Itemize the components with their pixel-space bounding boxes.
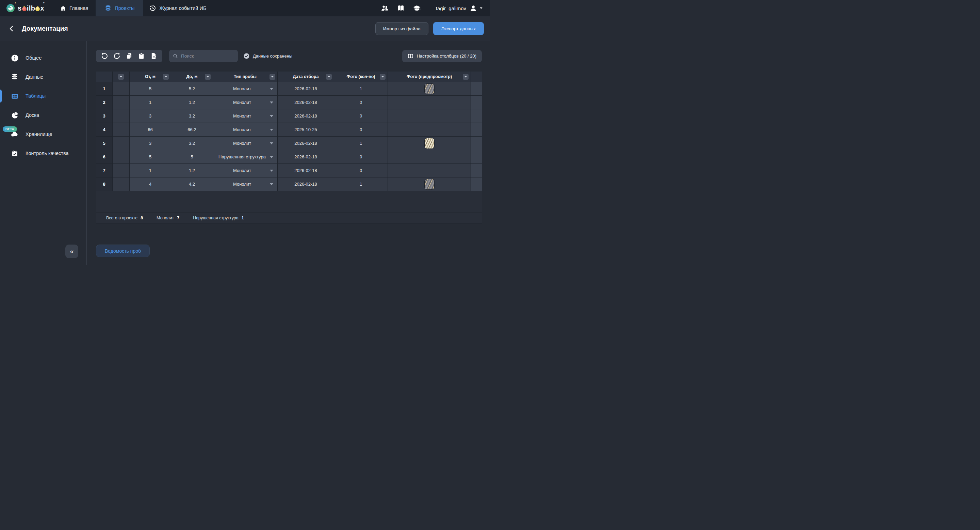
cell-type[interactable]: Монолит bbox=[213, 109, 277, 123]
cell-from[interactable]: 4 bbox=[130, 177, 171, 191]
cell-to[interactable]: 66.2 bbox=[171, 123, 213, 136]
cell-to[interactable]: 1.2 bbox=[171, 96, 213, 109]
row-number-cell[interactable]: 2 bbox=[96, 96, 112, 109]
photo-thumbnail[interactable] bbox=[424, 138, 434, 149]
cell-date[interactable]: 2026-02-18 bbox=[278, 109, 334, 123]
row-select-cell[interactable] bbox=[113, 177, 129, 191]
cell-from[interactable]: 5 bbox=[130, 150, 171, 163]
row-number-cell[interactable]: 1 bbox=[96, 82, 112, 95]
columns-settings-button[interactable]: Настройка столбцов (20 / 20) bbox=[402, 50, 482, 62]
row-number-cell[interactable]: 6 bbox=[96, 150, 112, 163]
cell-to[interactable]: 5.2 bbox=[171, 82, 213, 95]
cell-to[interactable]: 5 bbox=[171, 150, 213, 163]
cell-date[interactable]: 2026-02-18 bbox=[278, 150, 334, 163]
cell-photo-count[interactable]: 0 bbox=[334, 164, 388, 177]
docs-book-icon[interactable] bbox=[397, 5, 404, 12]
row-number-cell[interactable]: 3 bbox=[96, 109, 112, 123]
photo-thumbnail[interactable] bbox=[424, 83, 434, 94]
cell-type[interactable]: Монолит bbox=[213, 177, 277, 191]
cell-photo-count[interactable]: 1 bbox=[334, 137, 388, 150]
cell-date[interactable]: 2026-02-18 bbox=[278, 164, 334, 177]
column-filter-button[interactable] bbox=[269, 74, 275, 80]
cell-extra[interactable] bbox=[471, 109, 482, 123]
row-select-cell[interactable] bbox=[113, 109, 129, 123]
cell-from[interactable]: 1 bbox=[130, 164, 171, 177]
cell-extra[interactable] bbox=[471, 177, 482, 191]
sidebar-item-data[interactable]: Данные bbox=[0, 67, 86, 86]
export-button[interactable]: Экспорт данных bbox=[433, 22, 484, 35]
cell-type[interactable]: Нарушенная структура bbox=[213, 150, 277, 163]
nav-item-security-journal[interactable]: Журнал событий ИБ bbox=[145, 5, 211, 11]
cell-photo-count[interactable]: 0 bbox=[334, 96, 388, 109]
cell-date[interactable]: 2026-02-18 bbox=[278, 96, 334, 109]
sidebar-item-quality-control[interactable]: Контроль качества bbox=[0, 144, 86, 163]
cell-to[interactable]: 4.2 bbox=[171, 177, 213, 191]
back-button[interactable] bbox=[5, 22, 18, 35]
cell-photo-preview[interactable] bbox=[388, 150, 471, 163]
username-label[interactable]: tagir_galimov bbox=[436, 5, 466, 11]
cell-date[interactable]: 2026-02-18 bbox=[278, 82, 334, 95]
cell-photo-count[interactable]: 0 bbox=[334, 123, 388, 136]
cell-photo-preview[interactable] bbox=[388, 164, 471, 177]
cell-photo-preview[interactable] bbox=[388, 123, 471, 136]
cell-photo-preview[interactable] bbox=[388, 109, 471, 123]
copy-button[interactable] bbox=[125, 52, 134, 60]
column-filter-button[interactable] bbox=[463, 74, 469, 80]
sidebar-item-storage[interactable]: BETA Хранилище bbox=[0, 125, 86, 144]
cell-extra[interactable] bbox=[471, 82, 482, 95]
cell-date[interactable]: 2025-10-25 bbox=[278, 123, 334, 136]
cell-type[interactable]: Монолит bbox=[213, 82, 277, 95]
cell-photo-preview[interactable] bbox=[388, 96, 471, 109]
cell-extra[interactable] bbox=[471, 96, 482, 109]
cell-from[interactable]: 3 bbox=[130, 137, 171, 150]
export-file-button[interactable] bbox=[150, 52, 158, 60]
row-select-cell[interactable] bbox=[113, 123, 129, 136]
row-number-cell[interactable]: 7 bbox=[96, 164, 112, 177]
cell-type[interactable]: Монолит bbox=[213, 96, 277, 109]
photo-thumbnail[interactable] bbox=[424, 179, 434, 190]
row-select-cell[interactable] bbox=[113, 137, 129, 150]
column-filter-button[interactable] bbox=[326, 74, 332, 80]
cell-to[interactable]: 3.2 bbox=[171, 137, 213, 150]
search-input[interactable] bbox=[181, 53, 232, 59]
undo-button[interactable] bbox=[100, 52, 109, 60]
row-select-cell[interactable] bbox=[113, 164, 129, 177]
sidebar-collapse-button[interactable]: « bbox=[65, 244, 78, 258]
cell-extra[interactable] bbox=[471, 123, 482, 136]
column-filter-button[interactable] bbox=[380, 74, 385, 80]
cell-date[interactable]: 2026-02-18 bbox=[278, 137, 334, 150]
cell-from[interactable]: 66 bbox=[130, 123, 171, 136]
column-filter-button[interactable] bbox=[205, 74, 211, 80]
cell-to[interactable]: 3.2 bbox=[171, 109, 213, 123]
cell-photo-preview[interactable] bbox=[388, 177, 471, 191]
sidebar-item-tables[interactable]: Таблицы bbox=[0, 86, 86, 105]
cell-type[interactable]: Монолит bbox=[213, 137, 277, 150]
sidebar-item-general[interactable]: Общее bbox=[0, 48, 86, 67]
cell-photo-count[interactable]: 0 bbox=[334, 150, 388, 163]
cell-extra[interactable] bbox=[471, 137, 482, 150]
row-number-cell[interactable]: 4 bbox=[96, 123, 112, 136]
import-button[interactable]: Импорт из файла bbox=[375, 22, 428, 35]
cell-photo-count[interactable]: 1 bbox=[334, 177, 388, 191]
cell-from[interactable]: 1 bbox=[130, 96, 171, 109]
nav-item-home[interactable]: Главная bbox=[60, 5, 88, 11]
cell-extra[interactable] bbox=[471, 164, 482, 177]
cell-photo-preview[interactable] bbox=[388, 137, 471, 150]
row-number-cell[interactable]: 5 bbox=[96, 137, 112, 150]
redo-button[interactable] bbox=[113, 52, 121, 60]
app-logo[interactable]: silbx bbox=[6, 4, 44, 13]
nav-item-projects[interactable]: Проекты bbox=[95, 0, 143, 16]
cell-from[interactable]: 5 bbox=[130, 82, 171, 95]
column-filter-button[interactable] bbox=[118, 74, 124, 80]
cell-photo-count[interactable]: 1 bbox=[334, 82, 388, 95]
row-select-cell[interactable] bbox=[113, 150, 129, 163]
cell-type[interactable]: Монолит bbox=[213, 164, 277, 177]
cell-photo-preview[interactable] bbox=[388, 82, 471, 95]
cell-date[interactable]: 2026-02-18 bbox=[278, 177, 334, 191]
cell-from[interactable]: 3 bbox=[130, 109, 171, 123]
sample-sheet-tab[interactable]: Ведомость проб bbox=[96, 244, 150, 257]
sidebar-item-board[interactable]: Доска bbox=[0, 105, 86, 125]
cell-type[interactable]: Монолит bbox=[213, 123, 277, 136]
cell-to[interactable]: 1.2 bbox=[171, 164, 213, 177]
row-select-cell[interactable] bbox=[113, 96, 129, 109]
